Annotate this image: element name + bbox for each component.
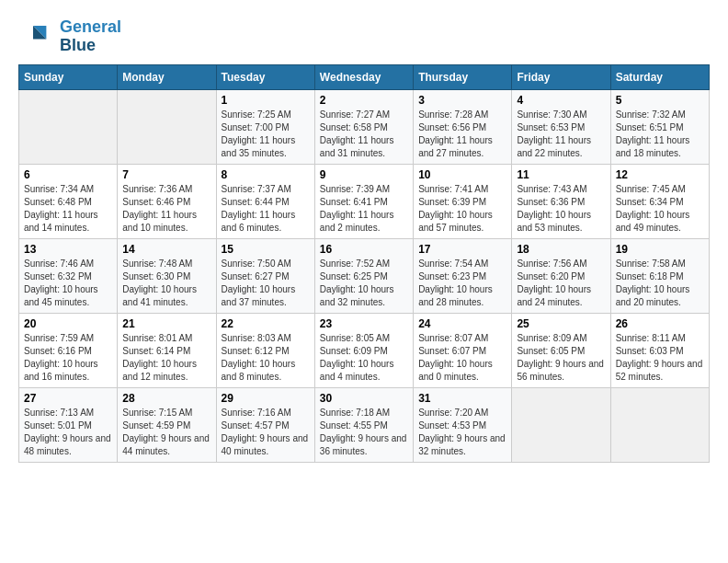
calendar-cell: 7 Sunrise: 7:36 AMSunset: 6:46 PMDayligh…: [118, 165, 216, 239]
calendar-week-4: 20 Sunrise: 7:59 AMSunset: 6:16 PMDaylig…: [19, 314, 710, 388]
day-detail: Sunrise: 7:28 AMSunset: 6:56 PMDaylight:…: [418, 109, 506, 160]
day-number: 21: [122, 317, 210, 330]
calendar-cell: 6 Sunrise: 7:34 AMSunset: 6:48 PMDayligh…: [19, 165, 118, 239]
calendar-cell: 2 Sunrise: 7:27 AMSunset: 6:58 PMDayligh…: [314, 90, 413, 165]
calendar-cell: 27 Sunrise: 7:13 AMSunset: 5:01 PMDaylig…: [19, 388, 118, 463]
day-detail: Sunrise: 7:48 AMSunset: 6:30 PMDaylight:…: [122, 258, 210, 309]
day-detail: Sunrise: 7:50 AMSunset: 6:27 PMDaylight:…: [222, 258, 310, 309]
calendar-week-5: 27 Sunrise: 7:13 AMSunset: 5:01 PMDaylig…: [19, 388, 710, 463]
calendar-cell: 30 Sunrise: 7:18 AMSunset: 4:55 PMDaylig…: [314, 388, 413, 463]
day-number: 26: [616, 317, 704, 330]
day-detail: Sunrise: 7:43 AMSunset: 6:36 PMDaylight:…: [517, 183, 605, 235]
day-number: 6: [24, 168, 112, 181]
day-number: 1: [222, 94, 310, 107]
calendar-week-1: 1 Sunrise: 7:25 AMSunset: 7:00 PMDayligh…: [19, 90, 710, 165]
day-detail: Sunrise: 7:45 AMSunset: 6:34 PMDaylight:…: [616, 183, 704, 235]
day-detail: Sunrise: 8:01 AMSunset: 6:14 PMDaylight:…: [122, 332, 210, 384]
day-number: 5: [616, 94, 704, 107]
logo: General Blue: [18, 18, 121, 55]
calendar-cell: 22 Sunrise: 8:03 AMSunset: 6:12 PMDaylig…: [216, 314, 314, 388]
calendar-header: Sunday Monday Tuesday Wednesday Thursday…: [19, 65, 710, 90]
page-header: General Blue: [18, 18, 710, 55]
calendar-cell: 31 Sunrise: 7:20 AMSunset: 4:53 PMDaylig…: [414, 388, 512, 463]
day-detail: Sunrise: 7:46 AMSunset: 6:32 PMDaylight:…: [24, 258, 112, 309]
calendar-cell: 8 Sunrise: 7:37 AMSunset: 6:44 PMDayligh…: [216, 165, 314, 239]
day-number: 27: [24, 392, 112, 405]
calendar-cell: 26 Sunrise: 8:11 AMSunset: 6:03 PMDaylig…: [610, 314, 709, 388]
logo-text: General Blue: [60, 18, 121, 55]
calendar-cell: 25 Sunrise: 8:09 AMSunset: 6:05 PMDaylig…: [512, 314, 610, 388]
calendar-table: Sunday Monday Tuesday Wednesday Thursday…: [18, 64, 710, 463]
day-number: 18: [517, 243, 605, 256]
day-number: 11: [517, 168, 605, 181]
day-number: 16: [320, 243, 408, 256]
day-number: 17: [418, 243, 506, 256]
day-detail: Sunrise: 7:34 AMSunset: 6:48 PMDaylight:…: [24, 183, 112, 235]
calendar-cell: 10 Sunrise: 7:41 AMSunset: 6:39 PMDaylig…: [414, 165, 512, 239]
day-number: 19: [616, 243, 704, 256]
day-number: 2: [320, 94, 408, 107]
calendar-cell: 21 Sunrise: 8:01 AMSunset: 6:14 PMDaylig…: [118, 314, 216, 388]
day-number: 15: [222, 243, 310, 256]
day-number: 29: [222, 392, 310, 405]
day-detail: Sunrise: 7:27 AMSunset: 6:58 PMDaylight:…: [320, 109, 408, 160]
calendar-cell: 29 Sunrise: 7:16 AMSunset: 4:57 PMDaylig…: [216, 388, 314, 463]
header-tuesday: Tuesday: [216, 65, 314, 90]
calendar-cell: 23 Sunrise: 8:05 AMSunset: 6:09 PMDaylig…: [314, 314, 413, 388]
day-number: 8: [222, 168, 310, 181]
calendar-week-3: 13 Sunrise: 7:46 AMSunset: 6:32 PMDaylig…: [19, 239, 710, 314]
day-number: 22: [222, 317, 310, 330]
day-number: 25: [517, 317, 605, 330]
day-number: 7: [122, 168, 210, 181]
day-number: 4: [517, 94, 605, 107]
calendar-cell: 24 Sunrise: 8:07 AMSunset: 6:07 PMDaylig…: [414, 314, 512, 388]
header-monday: Monday: [118, 65, 216, 90]
header-friday: Friday: [512, 65, 610, 90]
calendar-cell: 11 Sunrise: 7:43 AMSunset: 6:36 PMDaylig…: [512, 165, 610, 239]
calendar-cell: 9 Sunrise: 7:39 AMSunset: 6:41 PMDayligh…: [314, 165, 413, 239]
day-detail: Sunrise: 7:15 AMSunset: 4:59 PMDaylight:…: [122, 407, 210, 458]
day-number: 14: [122, 243, 210, 256]
calendar-cell: 19 Sunrise: 7:58 AMSunset: 6:18 PMDaylig…: [610, 239, 709, 314]
day-detail: Sunrise: 7:20 AMSunset: 4:53 PMDaylight:…: [418, 407, 506, 458]
day-detail: Sunrise: 7:36 AMSunset: 6:46 PMDaylight:…: [122, 183, 210, 235]
day-detail: Sunrise: 7:37 AMSunset: 6:44 PMDaylight:…: [222, 183, 310, 235]
day-detail: Sunrise: 7:25 AMSunset: 7:00 PMDaylight:…: [222, 109, 310, 160]
day-number: 24: [418, 317, 506, 330]
logo-icon: [18, 18, 55, 55]
day-detail: Sunrise: 8:09 AMSunset: 6:05 PMDaylight:…: [517, 332, 605, 384]
day-detail: Sunrise: 7:56 AMSunset: 6:20 PMDaylight:…: [517, 258, 605, 309]
calendar-cell: 4 Sunrise: 7:30 AMSunset: 6:53 PMDayligh…: [512, 90, 610, 165]
day-detail: Sunrise: 7:18 AMSunset: 4:55 PMDaylight:…: [320, 407, 408, 458]
calendar-cell: 13 Sunrise: 7:46 AMSunset: 6:32 PMDaylig…: [19, 239, 118, 314]
calendar-week-2: 6 Sunrise: 7:34 AMSunset: 6:48 PMDayligh…: [19, 165, 710, 239]
day-number: 20: [24, 317, 112, 330]
calendar-cell: 14 Sunrise: 7:48 AMSunset: 6:30 PMDaylig…: [118, 239, 216, 314]
day-detail: Sunrise: 7:30 AMSunset: 6:53 PMDaylight:…: [517, 109, 605, 160]
day-detail: Sunrise: 7:41 AMSunset: 6:39 PMDaylight:…: [418, 183, 506, 235]
day-number: 3: [418, 94, 506, 107]
day-number: 9: [320, 168, 408, 181]
day-detail: Sunrise: 7:59 AMSunset: 6:16 PMDaylight:…: [24, 332, 112, 384]
day-detail: Sunrise: 7:16 AMSunset: 4:57 PMDaylight:…: [222, 407, 310, 458]
calendar-cell: [118, 90, 216, 165]
day-number: 28: [122, 392, 210, 405]
header-thursday: Thursday: [414, 65, 512, 90]
calendar-body: 1 Sunrise: 7:25 AMSunset: 7:00 PMDayligh…: [19, 90, 710, 463]
day-detail: Sunrise: 7:13 AMSunset: 5:01 PMDaylight:…: [24, 407, 112, 458]
calendar-cell: 1 Sunrise: 7:25 AMSunset: 7:00 PMDayligh…: [216, 90, 314, 165]
day-number: 12: [616, 168, 704, 181]
calendar-cell: 15 Sunrise: 7:50 AMSunset: 6:27 PMDaylig…: [216, 239, 314, 314]
day-number: 30: [320, 392, 408, 405]
day-number: 13: [24, 243, 112, 256]
day-number: 23: [320, 317, 408, 330]
header-wednesday: Wednesday: [314, 65, 413, 90]
calendar-cell: [19, 90, 118, 165]
day-detail: Sunrise: 8:03 AMSunset: 6:12 PMDaylight:…: [222, 332, 310, 384]
calendar-cell: 12 Sunrise: 7:45 AMSunset: 6:34 PMDaylig…: [610, 165, 709, 239]
calendar-cell: 20 Sunrise: 7:59 AMSunset: 6:16 PMDaylig…: [19, 314, 118, 388]
day-detail: Sunrise: 7:58 AMSunset: 6:18 PMDaylight:…: [616, 258, 704, 309]
calendar-cell: [512, 388, 610, 463]
header-sunday: Sunday: [19, 65, 118, 90]
calendar-cell: 5 Sunrise: 7:32 AMSunset: 6:51 PMDayligh…: [610, 90, 709, 165]
